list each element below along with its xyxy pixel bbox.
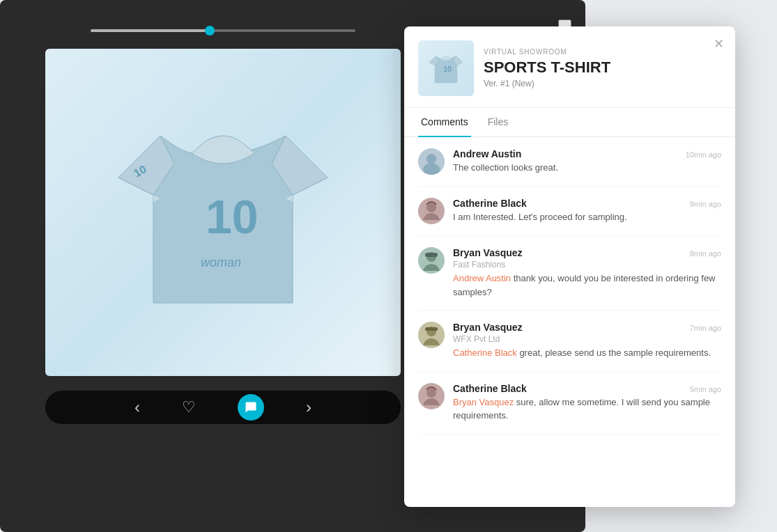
product-info: VIRTUAL SHOWROOM SPORTS T-SHIRT Ver. #1 … xyxy=(484,48,721,88)
comment-author: Catherine Black xyxy=(453,383,527,394)
slider-thumb[interactable] xyxy=(205,26,215,36)
slider-fill xyxy=(91,29,210,32)
modal-close-button[interactable]: ✕ xyxy=(714,38,724,50)
mention-link[interactable]: Andrew Austin xyxy=(453,273,511,283)
modal-panel: 10 VIRTUAL SHOWROOM SPORTS T-SHIRT Ver. … xyxy=(404,26,735,507)
comment-text: Andrew Austin thank you, would you be in… xyxy=(453,272,721,299)
next-icon: › xyxy=(306,398,311,417)
comment-item: Catherine Black 9min ago I am Interested… xyxy=(418,187,721,236)
svg-rect-11 xyxy=(425,253,438,257)
comment-meta: Catherine Black 5min ago xyxy=(453,383,721,394)
avatar xyxy=(418,247,445,274)
product-title: SPORTS T-SHIRT xyxy=(484,58,721,77)
prev-button[interactable]: ‹ xyxy=(134,398,140,417)
comment-time: 10min ago xyxy=(686,150,721,159)
comment-meta: Bryan Vasquez 8min ago xyxy=(453,247,721,258)
tshirt-svg: 10 woman 10 xyxy=(98,80,348,345)
comment-body: Bryan Vasquez 8min ago Fast Fashions And… xyxy=(453,247,721,299)
comment-time: 5min ago xyxy=(690,385,721,393)
comment-author: Bryan Vasquez xyxy=(453,322,523,333)
comment-meta: Bryan Vasquez 7min ago xyxy=(453,322,721,333)
prev-icon: ‹ xyxy=(134,398,140,417)
svg-text:10: 10 xyxy=(206,190,259,243)
comment-text: Bryan Vasquez sure, allow me sometime. I… xyxy=(453,396,721,423)
svg-point-5 xyxy=(426,154,436,164)
comment-company: WFX Pvt Ltd xyxy=(453,334,721,344)
comment-author: Catherine Black xyxy=(453,198,527,209)
product-image-area: 10 woman 10 xyxy=(45,49,401,376)
virtual-showroom-label: VIRTUAL SHOWROOM xyxy=(484,48,721,56)
chat-bubble-icon xyxy=(238,394,264,421)
product-version: Ver. #1 (New) xyxy=(484,79,721,88)
comment-author: Bryan Vasquez xyxy=(453,247,523,258)
mention-link[interactable]: Bryan Vasquez xyxy=(453,397,514,407)
tab-comments[interactable]: Comments xyxy=(418,108,471,137)
comment-item: Bryan Vasquez 8min ago Fast Fashions And… xyxy=(418,236,721,311)
tab-files[interactable]: Files xyxy=(485,108,511,137)
comment-text: I am Interested. Let's proceed for sampl… xyxy=(453,210,721,224)
comment-meta: Catherine Black 9min ago xyxy=(453,198,721,209)
modal-header: 10 VIRTUAL SHOWROOM SPORTS T-SHIRT Ver. … xyxy=(404,26,735,108)
heart-button[interactable]: ♡ xyxy=(182,398,196,416)
svg-point-8 xyxy=(426,203,436,212)
comment-text: The collection looks great. xyxy=(453,161,721,175)
avatar xyxy=(418,383,445,409)
avatar xyxy=(418,198,445,224)
comment-item: Bryan Vasquez 7min ago WFX Pvt Ltd Cathe… xyxy=(418,311,721,372)
svg-text:woman: woman xyxy=(201,256,241,269)
bottom-controls: ‹ ♡ › xyxy=(45,391,401,424)
comment-time: 8min ago xyxy=(690,249,721,258)
comment-item: Catherine Black 5min ago Bryan Vasquez s… xyxy=(418,372,721,435)
comments-list: Andrew Austin 10min ago The collection l… xyxy=(404,137,735,507)
comment-meta: Andrew Austin 10min ago xyxy=(453,148,721,159)
avatar xyxy=(418,322,445,348)
svg-rect-14 xyxy=(425,327,438,331)
comment-company: Fast Fashions xyxy=(453,260,721,269)
comment-time: 9min ago xyxy=(690,200,721,208)
comment-item: Andrew Austin 10min ago The collection l… xyxy=(418,137,721,187)
svg-text:10: 10 xyxy=(443,65,452,73)
comment-body: Andrew Austin 10min ago The collection l… xyxy=(453,148,721,175)
heart-icon: ♡ xyxy=(182,398,196,416)
svg-point-16 xyxy=(426,388,436,398)
mention-link[interactable]: Catherine Black xyxy=(453,347,517,358)
image-slider[interactable] xyxy=(91,29,355,32)
tabs-row: Comments Files xyxy=(404,108,735,137)
comment-body: Catherine Black 5min ago Bryan Vasquez s… xyxy=(453,383,721,423)
avatar xyxy=(418,148,445,175)
comment-text: Catherine Black great, please send us th… xyxy=(453,346,721,360)
comment-body: Catherine Black 9min ago I am Interested… xyxy=(453,198,721,224)
comment-author: Andrew Austin xyxy=(453,148,521,159)
next-button[interactable]: › xyxy=(306,398,311,417)
comment-time: 7min ago xyxy=(690,324,721,332)
chat-button[interactable] xyxy=(238,394,264,421)
comment-body: Bryan Vasquez 7min ago WFX Pvt Ltd Cathe… xyxy=(453,322,721,360)
product-thumbnail: 10 xyxy=(418,40,474,96)
